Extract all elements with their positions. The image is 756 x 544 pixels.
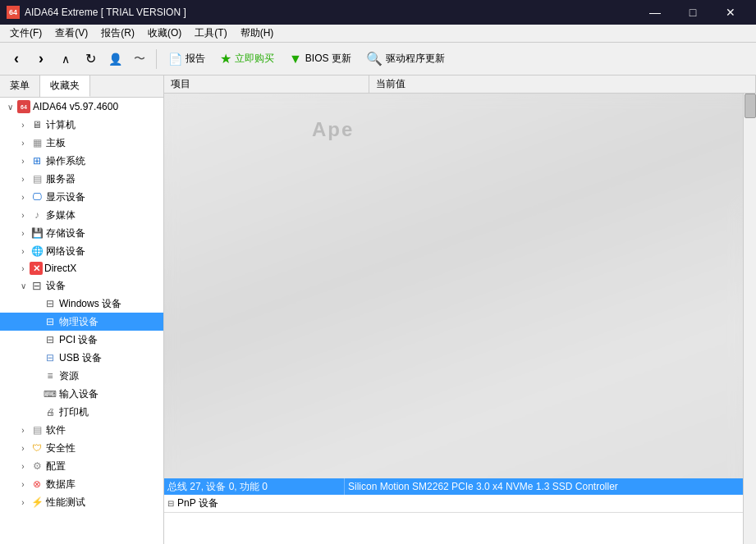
buy-icon: ★ xyxy=(220,51,231,66)
toggle-network: › xyxy=(16,247,30,256)
back-button[interactable]: ‹ xyxy=(5,48,28,71)
tab-menu[interactable]: 菜单 xyxy=(0,75,40,97)
resources-label: 资源 xyxy=(59,369,163,383)
menu-help[interactable]: 帮助(H) xyxy=(234,25,281,42)
storage-label: 存储设备 xyxy=(46,226,163,240)
scrollbar-thumb[interactable] xyxy=(745,94,756,118)
toggle-computer: › xyxy=(16,121,30,130)
sidebar-item-printer[interactable]: 🖨 打印机 xyxy=(0,403,163,421)
devices-label: 设备 xyxy=(46,279,163,293)
scrollbar[interactable] xyxy=(743,94,756,544)
server-label: 服务器 xyxy=(46,172,163,186)
sidebar-item-software[interactable]: › ▤ 软件 xyxy=(0,421,163,439)
sidebar-item-server[interactable]: › ▤ 服务器 xyxy=(0,170,163,188)
sidebar-item-display[interactable]: › 🖵 显示设备 xyxy=(0,188,163,206)
up-button[interactable]: ∧ xyxy=(54,48,77,71)
sidebar-item-database[interactable]: › ⊗ 数据库 xyxy=(0,475,163,493)
printer-icon: 🖨 xyxy=(43,405,57,419)
usbdevices-icon: ⊟ xyxy=(43,350,57,365)
driver-button[interactable]: 🔍 驱动程序更新 xyxy=(360,48,451,69)
sidebar-item-computer[interactable]: › 🖥 计算机 xyxy=(0,116,163,134)
motherboard-label: 主板 xyxy=(46,136,163,150)
sidebar-item-usbdevices[interactable]: ⊟ USB 设备 xyxy=(0,349,163,367)
app-icon: 64 xyxy=(7,6,20,19)
config-icon: ⚙ xyxy=(30,459,44,473)
sidebar-item-security[interactable]: › 🛡 安全性 xyxy=(0,439,163,457)
pcidevices-label: PCI 设备 xyxy=(59,333,163,347)
menu-view[interactable]: 查看(V) xyxy=(48,25,94,42)
sidebar-tabs: 菜单 收藏夹 xyxy=(0,75,163,98)
sidebar-item-benchmark[interactable]: › ⚡ 性能测试 xyxy=(0,493,163,511)
bios-button[interactable]: ▼ BIOS 更新 xyxy=(282,49,358,69)
display-label: 显示设备 xyxy=(46,190,163,204)
buy-button[interactable]: ★ 立即购买 xyxy=(213,48,281,69)
minimize-button[interactable]: — xyxy=(636,0,674,25)
window-controls: — □ ✕ xyxy=(636,0,749,25)
maximize-button[interactable]: □ xyxy=(674,0,712,25)
toolbar: ‹ › ∧ ↻ 👤 〜 📄 报告 ★ 立即购买 ▼ BIOS 更新 🔍 驱动程序… xyxy=(0,43,756,75)
pnp-status-row[interactable]: ⊟ PnP 设备 xyxy=(164,495,756,513)
content-header: 项目 当前值 xyxy=(164,75,756,94)
toggle-multimedia: › xyxy=(16,211,30,220)
pnp-label: PnP 设备 xyxy=(177,496,218,510)
input-label: 输入设备 xyxy=(59,387,163,401)
toggle-benchmark: › xyxy=(16,498,30,507)
forward-button[interactable]: › xyxy=(30,48,53,71)
selected-status-row[interactable]: 总线 27, 设备 0, 功能 0 Silicon Motion SM2262 … xyxy=(164,478,756,495)
menu-file[interactable]: 文件(F) xyxy=(3,25,48,42)
report-icon: 📄 xyxy=(168,53,182,66)
toggle-root: ∨ xyxy=(3,103,16,112)
sidebar-item-windevices[interactable]: ⊟ Windows 设备 xyxy=(0,295,163,313)
sidebar-item-os[interactable]: › ⊞ 操作系统 xyxy=(0,152,163,170)
window-title: AIDA64 Extreme [ TRIAL VERSION ] xyxy=(25,7,186,18)
blurred-content: Ape xyxy=(164,94,756,508)
menu-favorites[interactable]: 收藏(O) xyxy=(141,25,188,42)
toggle-server: › xyxy=(16,175,30,184)
title-bar-left: 64 AIDA64 Extreme [ TRIAL VERSION ] xyxy=(7,6,186,19)
physdevices-label: 物理设备 xyxy=(59,315,163,329)
input-icon: ⌨ xyxy=(43,386,57,401)
tab-favorites[interactable]: 收藏夹 xyxy=(40,75,90,97)
sidebar-item-directx[interactable]: › ✕ DirectX xyxy=(0,260,163,277)
windevices-icon: ⊟ xyxy=(43,296,57,311)
tree: ∨ 64 AIDA64 v5.97.4600 › 🖥 计算机 › ▦ 主板 › xyxy=(0,98,163,511)
sidebar-item-resources[interactable]: ≡ 资源 xyxy=(0,367,163,385)
sidebar-item-multimedia[interactable]: › ♪ 多媒体 xyxy=(0,206,163,224)
devices-icon: ⊟ xyxy=(30,278,44,293)
sidebar-item-config[interactable]: › ⚙ 配置 xyxy=(0,457,163,475)
toggle-database: › xyxy=(16,480,30,489)
status-area: 总线 27, 设备 0, 功能 0 Silicon Motion SM2262 … xyxy=(164,478,756,544)
storage-icon: 💾 xyxy=(30,226,44,240)
toggle-storage: › xyxy=(16,229,30,238)
refresh-button[interactable]: ↻ xyxy=(79,48,102,71)
content-body[interactable]: Ape 总线 27, 设备 0, 功能 0 Silicon Motion SM2… xyxy=(164,94,756,544)
sidebar-item-network[interactable]: › 🌐 网络设备 xyxy=(0,242,163,260)
network-icon: 🌐 xyxy=(30,244,44,258)
sidebar-item-devices[interactable]: ∨ ⊟ 设备 xyxy=(0,277,163,295)
close-button[interactable]: ✕ xyxy=(712,0,749,25)
toggle-os: › xyxy=(16,157,30,166)
sidebar-item-storage[interactable]: › 💾 存储设备 xyxy=(0,224,163,242)
menu-tools[interactable]: 工具(T) xyxy=(188,25,233,42)
bios-label: BIOS 更新 xyxy=(305,52,351,66)
sidebar-item-input[interactable]: ⌨ 输入设备 xyxy=(0,385,163,403)
sidebar-item-pcidevices[interactable]: ⊟ PCI 设备 xyxy=(0,331,163,349)
main-container: 菜单 收藏夹 ∨ 64 AIDA64 v5.97.4600 › 🖥 计算机 › xyxy=(0,75,756,544)
multimedia-label: 多媒体 xyxy=(46,208,163,222)
aida64-icon: 64 xyxy=(16,99,31,114)
pnp-item-cell: ⊟ PnP 设备 xyxy=(164,496,345,510)
sidebar-item-motherboard[interactable]: › ▦ 主板 xyxy=(0,134,163,152)
sidebar-item-physdevices[interactable]: ⊟ 物理设备 xyxy=(0,313,163,331)
driver-icon: 🔍 xyxy=(366,51,383,66)
toggle-security: › xyxy=(16,444,30,453)
computer-icon: 🖥 xyxy=(30,117,44,132)
config-label: 配置 xyxy=(46,459,163,473)
tree-root[interactable]: ∨ 64 AIDA64 v5.97.4600 xyxy=(0,98,163,116)
user-button[interactable]: 👤 xyxy=(103,48,126,71)
windevices-label: Windows 设备 xyxy=(59,297,163,311)
menu-report[interactable]: 报告(R) xyxy=(94,25,141,42)
log-button[interactable]: 〜 xyxy=(128,48,151,71)
security-icon: 🛡 xyxy=(30,441,44,455)
buy-label: 立即购买 xyxy=(235,52,274,66)
report-button[interactable]: 📄 报告 xyxy=(162,49,212,68)
